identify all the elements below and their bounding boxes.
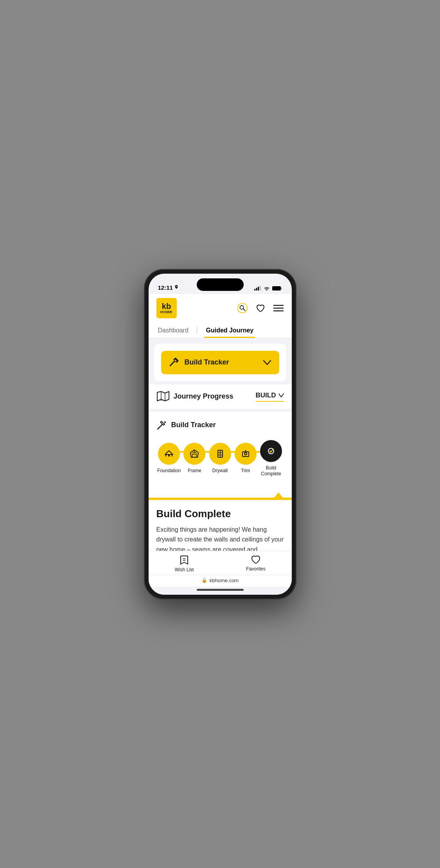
svg-rect-17 [166, 455, 168, 457]
build-tracker-hammer-icon [156, 420, 167, 431]
svg-point-6 [237, 303, 247, 312]
chevron-down-icon [263, 359, 271, 366]
build-tracker-label: Build Tracker [185, 358, 229, 366]
home-bar [197, 589, 244, 591]
tab-separator: | [196, 326, 198, 334]
svg-rect-3 [259, 286, 260, 291]
favorites-heart-icon [251, 555, 261, 565]
svg-rect-4 [272, 286, 281, 291]
journey-progress-section: Journey Progress BUILD [149, 384, 292, 409]
journey-progress-title: Journey Progress [174, 392, 233, 401]
status-icons [254, 286, 282, 291]
build-tracker-section-header: Build Tracker [156, 420, 284, 431]
section-divider-1 [149, 381, 292, 384]
url-bar: 🔒 kbhome.com [149, 575, 292, 586]
favorites-header-button[interactable] [255, 303, 266, 314]
frame-icon [189, 449, 199, 459]
step-circle-drywall [209, 443, 231, 465]
wish-list-label: Wish List [175, 567, 194, 572]
home-indicator [149, 586, 292, 595]
wish-list-nav-item[interactable]: Wish List [149, 555, 220, 572]
build-complete-title: Build Complete [156, 508, 284, 520]
menu-button[interactable] [273, 303, 284, 314]
bottom-navigation: Wish List Favorites [149, 551, 292, 575]
step-label-drywall: Drywall [212, 468, 228, 474]
build-tracker-button[interactable]: Build Tracker [161, 351, 279, 374]
wishlist-bookmark-icon [180, 555, 189, 565]
location-icon [174, 285, 178, 290]
step-circle-trim [235, 443, 257, 465]
search-button[interactable] [237, 303, 248, 314]
step-label-trim: Trim [241, 468, 250, 474]
svg-rect-5 [281, 287, 282, 289]
header-icons [237, 303, 284, 314]
step-frame[interactable]: Frame [182, 443, 207, 474]
kb-logo[interactable]: kb HOME [156, 298, 177, 318]
signal-icon [254, 286, 261, 291]
step-circle-foundation [158, 443, 180, 465]
step-foundation[interactable]: Foundation [156, 443, 182, 474]
journey-progress-left: Journey Progress [156, 391, 233, 402]
url-text: kbhome.com [210, 577, 239, 583]
app-header: kb HOME [149, 294, 292, 322]
dynamic-island [197, 278, 244, 291]
build-tracker-section-title: Build Tracker [171, 421, 216, 429]
svg-line-8 [243, 309, 245, 310]
section-divider-2 [149, 409, 292, 412]
lock-icon: 🔒 [201, 577, 207, 583]
tab-navigation: Dashboard | Guided Journey [149, 322, 292, 338]
step-circle-complete [260, 440, 282, 462]
step-label-complete: BuildComplete [261, 465, 281, 477]
scroll-content[interactable]: Build Tracker [149, 338, 292, 551]
progress-arrow [274, 493, 283, 498]
svg-marker-16 [165, 451, 173, 455]
tab-guided-journey[interactable]: Guided Journey [204, 322, 255, 338]
journey-icon [156, 391, 170, 402]
battery-icon [272, 286, 282, 291]
build-complete-icon [266, 446, 276, 456]
trim-icon [241, 449, 251, 459]
hammer-icon [169, 357, 180, 368]
wifi-icon [264, 286, 270, 291]
menu-icon [273, 304, 284, 312]
build-dropdown[interactable]: BUILD [256, 392, 284, 402]
time-display: 12:11 [158, 284, 173, 291]
dropdown-arrow-icon [278, 393, 284, 397]
progress-bar [149, 498, 292, 500]
phone-frame: 12:11 [144, 269, 296, 599]
phone-screen: 12:11 [149, 274, 292, 595]
status-time: 12:11 [158, 284, 178, 291]
drywall-icon [215, 449, 225, 459]
svg-rect-21 [192, 454, 196, 457]
logo-sub: HOME [160, 310, 172, 314]
build-tracker-btn-left: Build Tracker [169, 357, 229, 368]
build-tracker-main-section: Build Tracker [149, 412, 292, 488]
progress-steps: Foundation [156, 440, 284, 477]
step-circle-frame [183, 443, 205, 465]
foundation-icon [164, 449, 174, 459]
step-drywall[interactable]: Drywall [207, 443, 233, 474]
build-dropdown-label: BUILD [256, 392, 276, 399]
heart-icon [255, 303, 266, 313]
favorites-label: Favorites [246, 566, 265, 572]
progress-bar-container [149, 488, 292, 500]
svg-rect-18 [170, 455, 172, 457]
step-label-foundation: Foundation [157, 468, 181, 474]
step-trim[interactable]: Trim [233, 443, 258, 474]
favorites-nav-item[interactable]: Favorites [220, 555, 292, 572]
build-complete-description: Exciting things are happening! We hang d… [156, 525, 284, 551]
svg-rect-1 [256, 288, 257, 291]
svg-rect-0 [254, 289, 255, 291]
svg-rect-2 [258, 287, 259, 291]
build-complete-section: Build Complete Exciting things are happe… [149, 500, 292, 551]
step-build-complete[interactable]: BuildComplete [258, 440, 284, 477]
logo-text: kb [162, 302, 171, 310]
tab-dashboard[interactable]: Dashboard [156, 322, 190, 338]
search-icon [237, 302, 248, 314]
step-label-frame: Frame [188, 468, 201, 474]
